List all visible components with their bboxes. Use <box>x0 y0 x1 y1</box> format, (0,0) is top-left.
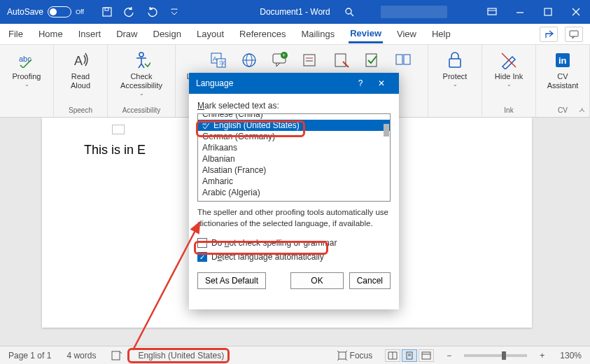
check-accessibility-button[interactable]: Check Accessibility ⌄ <box>115 48 168 100</box>
set-default-button[interactable]: Set As Default <box>197 272 266 289</box>
svg-rect-33 <box>404 55 410 64</box>
svg-rect-32 <box>396 55 402 64</box>
tab-view[interactable]: View <box>395 26 418 42</box>
search-icon[interactable] <box>343 6 356 18</box>
tab-help[interactable]: Help <box>430 26 452 42</box>
list-item[interactable]: Chinese (China) <box>198 113 390 120</box>
svg-rect-31 <box>366 54 377 66</box>
list-item-selected[interactable]: ᴬᴮ English (United States) <box>198 120 390 131</box>
read-aloud-button[interactable]: A Read Aloud <box>61 48 100 93</box>
scrollbar-thumb[interactable] <box>384 124 389 136</box>
account-area[interactable] <box>381 6 447 18</box>
tab-references[interactable]: References <box>238 26 287 42</box>
dialog-help-icon[interactable]: ? <box>350 78 371 88</box>
zoom-level[interactable]: 130% <box>557 351 584 360</box>
ribbon-tabs: File Home Insert Draw Design Layout Refe… <box>0 24 590 45</box>
window-controls <box>478 0 590 24</box>
list-item[interactable]: Alsatian (France) <box>198 164 390 176</box>
qat-dropdown-icon[interactable] <box>168 6 181 18</box>
no-check-checkbox[interactable] <box>197 238 207 248</box>
spellcheck-glyph: ᴬᴮ <box>202 122 211 129</box>
autosave-toggle[interactable] <box>48 6 71 18</box>
language-indicator[interactable]: English (United States) <box>135 351 227 360</box>
dialog-titlebar[interactable]: Language ? ✕ <box>189 73 399 94</box>
tab-insert[interactable]: Insert <box>77 26 103 42</box>
svg-rect-0 <box>103 8 111 16</box>
compare-icon <box>395 52 412 69</box>
page-margin-indicator <box>112 125 125 134</box>
cancel-button[interactable]: Cancel <box>349 272 391 289</box>
dialog-body: Mark selected text as: Chinese (China) ᴬ… <box>189 94 399 309</box>
group-proofing: abc Proofing⌄ <box>0 45 54 117</box>
group-speech: A Read Aloud Speech <box>54 45 108 117</box>
spell-status-icon[interactable] <box>108 351 125 360</box>
svg-rect-10 <box>570 31 578 36</box>
svg-point-13 <box>139 52 143 57</box>
view-switcher <box>385 349 434 362</box>
detect-language-row[interactable]: ✓ Detect language automatically <box>197 252 391 262</box>
page-indicator[interactable]: Page 1 of 1 <box>6 351 54 360</box>
ribbon-display-icon[interactable] <box>478 0 506 24</box>
language-listbox[interactable]: Chinese (China) ᴬᴮ English (United State… <box>197 113 391 202</box>
ok-button[interactable]: OK <box>290 272 343 289</box>
autosave-state: Off <box>76 8 84 15</box>
no-check-label: Do not check spelling or grammar <box>211 238 337 248</box>
status-bar: Page 1 of 1 4 words English (United Stat… <box>0 346 590 364</box>
focus-button[interactable]: Focus <box>335 351 376 360</box>
tab-review[interactable]: Review <box>349 25 383 43</box>
web-layout-icon[interactable] <box>419 349 434 362</box>
mark-text-label: Mark selected text as: <box>197 101 391 111</box>
group-ink: Hide Ink ⌄ Ink <box>482 45 536 117</box>
tab-file[interactable]: File <box>7 26 24 42</box>
group-accessibility: Check Accessibility ⌄ Accessibility <box>108 45 176 117</box>
tab-home[interactable]: Home <box>37 26 64 42</box>
zoom-out-icon[interactable]: − <box>444 351 454 360</box>
print-layout-icon[interactable] <box>402 349 417 362</box>
redo-icon[interactable] <box>146 6 158 18</box>
minimize-icon[interactable] <box>506 0 534 24</box>
word-count[interactable]: 4 words <box>64 351 99 360</box>
group-protect: Protect⌄ <box>428 45 482 117</box>
dialog-close-icon[interactable]: ✕ <box>371 78 392 88</box>
autosave-control[interactable]: AutoSave Off <box>0 6 91 18</box>
detect-label: Detect language automatically <box>211 252 324 262</box>
save-icon[interactable] <box>101 6 113 18</box>
list-item[interactable]: Arabic (Algeria) <box>198 187 390 198</box>
read-aloud-icon: A <box>71 50 90 70</box>
read-mode-icon[interactable] <box>385 349 400 362</box>
proofing-icon: abc <box>17 50 36 70</box>
close-icon[interactable] <box>562 0 590 24</box>
collapse-ribbon-icon[interactable]: ㅅ <box>578 105 586 115</box>
svg-rect-1 <box>105 8 108 10</box>
svg-line-3 <box>351 13 353 16</box>
svg-text:字: 字 <box>219 60 225 67</box>
comments-icon[interactable] <box>565 27 583 42</box>
cv-assistant-button[interactable]: in CV Assistant <box>543 48 582 93</box>
maximize-icon[interactable] <box>534 0 562 24</box>
protect-icon <box>445 50 465 70</box>
svg-rect-30 <box>335 54 346 66</box>
window-title: Document1 - Word <box>260 7 330 17</box>
svg-text:A: A <box>213 55 217 62</box>
zoom-in-icon[interactable]: + <box>537 351 547 360</box>
hide-ink-button[interactable]: Hide Ink ⌄ <box>489 48 528 91</box>
tab-mailings[interactable]: Mailings <box>300 26 337 42</box>
protect-button[interactable]: Protect⌄ <box>435 48 475 91</box>
list-item[interactable]: Albanian <box>198 153 390 164</box>
detect-checkbox[interactable]: ✓ <box>197 252 207 262</box>
proofing-button[interactable]: abc Proofing⌄ <box>7 48 46 91</box>
tab-design[interactable]: Design <box>152 26 183 42</box>
tab-layout[interactable]: Layout <box>195 26 225 42</box>
tab-draw[interactable]: Draw <box>115 26 139 42</box>
share-icon[interactable] <box>540 27 558 42</box>
zoom-slider[interactable] <box>464 354 527 357</box>
undo-icon[interactable] <box>123 6 136 18</box>
translate-icon: A字 <box>210 52 227 69</box>
no-check-spelling-row[interactable]: Do not check spelling or grammar <box>197 238 391 248</box>
svg-rect-7 <box>545 8 552 15</box>
list-item[interactable]: German (Germany) <box>198 131 390 142</box>
svg-rect-14 <box>449 59 461 67</box>
list-item[interactable]: Afrikaans <box>198 142 390 153</box>
new-comment-icon: + <box>272 52 288 69</box>
list-item[interactable]: Amharic <box>198 176 390 187</box>
